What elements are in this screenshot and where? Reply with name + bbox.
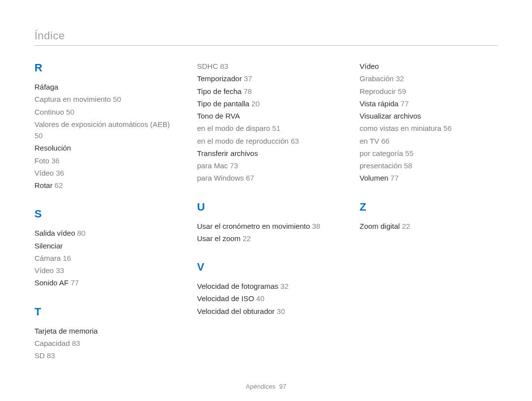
- index-subtopic[interactable]: como vistas en miniatura 56: [360, 123, 498, 134]
- index-letter: Z: [360, 199, 498, 216]
- page-ref: 30: [277, 307, 285, 315]
- page-ref: 77: [400, 99, 409, 108]
- index-subtopic[interactable]: Continuo 50: [34, 106, 172, 118]
- page-title: Índice: [34, 30, 498, 46]
- index-page: Índice RRáfagaCaptura en movimiento 50Co…: [0, 0, 532, 401]
- page-ref: 36: [56, 169, 64, 177]
- page-ref: 83: [72, 339, 80, 347]
- page-ref: 56: [443, 124, 452, 132]
- index-subtopic[interactable]: en el modo de disparo 51: [197, 123, 335, 134]
- index-topic[interactable]: Tipo de fecha 78: [197, 86, 335, 97]
- index-topic[interactable]: Vídeo: [360, 61, 498, 72]
- index-subtopic[interactable]: para Mac 73: [197, 160, 335, 171]
- index-topic[interactable]: Zoom digital 22: [360, 220, 498, 232]
- index-topic[interactable]: Temporizador 37: [197, 73, 335, 84]
- page-ref: 51: [272, 124, 281, 132]
- index-topic[interactable]: Resolución: [34, 142, 172, 154]
- index-subtopic[interactable]: Vídeo 36: [34, 167, 172, 179]
- page-ref: 40: [256, 294, 265, 303]
- index-topic[interactable]: Usar el cronómetro en movimiento 38: [197, 220, 335, 232]
- index-column: SDHC 83Temporizador 37Tipo de fecha 78Ti…: [197, 60, 335, 363]
- index-topic[interactable]: Transferir archivos: [197, 148, 335, 159]
- footer-section: Apéndices: [246, 383, 276, 390]
- index-subtopic[interactable]: Vídeo 33: [34, 265, 172, 276]
- page-ref: 22: [243, 234, 251, 243]
- page-ref: 59: [398, 87, 406, 95]
- index-subtopic[interactable]: para Windows 67: [197, 172, 335, 184]
- page-ref: 50: [66, 108, 74, 116]
- index-subtopic[interactable]: Captura en movimiento 50: [34, 93, 172, 105]
- index-topic[interactable]: Usar el zoom 22: [197, 233, 335, 244]
- page-ref: 66: [381, 137, 390, 145]
- page-ref: 50: [34, 131, 43, 140]
- index-letter: T: [34, 304, 172, 320]
- page-ref: 58: [404, 161, 412, 170]
- page-ref: 83: [47, 351, 55, 360]
- index-topic[interactable]: Silenciar: [34, 240, 172, 251]
- index-topic[interactable]: Volumen 77: [360, 172, 498, 184]
- page-ref: 83: [220, 62, 229, 70]
- index-topic[interactable]: Velocidad de ISO 40: [197, 293, 335, 304]
- page-ref: 32: [396, 74, 404, 83]
- page-ref: 16: [63, 254, 71, 262]
- page-ref: 80: [77, 229, 86, 237]
- index-topic[interactable]: Tarjeta de memoria: [34, 325, 172, 337]
- page-ref: 73: [230, 161, 238, 170]
- page-ref: 78: [244, 87, 252, 95]
- page-ref: 33: [56, 266, 64, 275]
- index-topic[interactable]: Velocidad del obturador 30: [197, 306, 335, 317]
- footer-page-number: 97: [279, 383, 286, 390]
- index-letter: S: [34, 206, 172, 222]
- index-column: VídeoGrabación 32Reproducir 59Vista rápi…: [360, 60, 498, 363]
- index-topic[interactable]: Rotar 62: [34, 180, 172, 191]
- index-column: RRáfagaCaptura en movimiento 50Continuo …: [34, 60, 172, 363]
- index-subtopic[interactable]: Reproducir 59: [360, 86, 498, 97]
- index-letter: U: [197, 199, 335, 216]
- index-subtopic[interactable]: Cámara 16: [34, 252, 172, 264]
- index-topic[interactable]: Vista rápida 77: [360, 98, 498, 109]
- page-ref: 50: [113, 95, 121, 103]
- footer: Apéndices 97: [0, 383, 532, 390]
- page-ref: 38: [312, 222, 320, 230]
- index-topic[interactable]: Visualizar archivos: [360, 110, 498, 122]
- page-ref: 32: [280, 282, 289, 290]
- page-ref: 55: [405, 149, 414, 157]
- page-ref: 22: [402, 222, 410, 230]
- page-ref: 62: [55, 181, 63, 189]
- page-ref: 67: [246, 174, 254, 182]
- index-letter: V: [197, 259, 335, 276]
- page-ref: 77: [70, 278, 79, 287]
- index-subtopic[interactable]: en el modo de reproducción 63: [197, 135, 335, 147]
- index-topic[interactable]: Tono de RVA: [197, 110, 335, 122]
- index-topic[interactable]: Tipo de pantalla 20: [197, 98, 335, 109]
- index-topic[interactable]: Velocidad de fotogramas 32: [197, 280, 335, 292]
- index-subtopic[interactable]: presentación 58: [360, 160, 498, 171]
- index-subtopic[interactable]: por categoría 55: [360, 148, 498, 159]
- page-ref: 37: [244, 74, 252, 83]
- page-ref: 63: [291, 137, 299, 145]
- index-subtopic[interactable]: Capacidad 83: [34, 338, 172, 349]
- index-subtopic[interactable]: Grabación 32: [360, 73, 498, 84]
- index-subtopic[interactable]: Valores de exposición automáticos (AEB) …: [34, 119, 172, 142]
- index-subtopic[interactable]: SDHC 83: [197, 61, 335, 72]
- page-ref: 36: [51, 156, 60, 165]
- index-letter: R: [34, 60, 172, 76]
- index-subtopic[interactable]: SD 83: [34, 350, 172, 361]
- page-ref: 77: [391, 174, 399, 182]
- index-topic[interactable]: Sonido AF 77: [34, 277, 172, 288]
- page-ref: 20: [251, 99, 260, 108]
- index-subtopic[interactable]: en TV 66: [360, 135, 498, 147]
- index-subtopic[interactable]: Foto 36: [34, 155, 172, 166]
- index-topic[interactable]: Salida vídeo 80: [34, 227, 172, 239]
- index-columns: RRáfagaCaptura en movimiento 50Continuo …: [34, 60, 498, 363]
- index-topic[interactable]: Ráfaga: [34, 81, 172, 93]
